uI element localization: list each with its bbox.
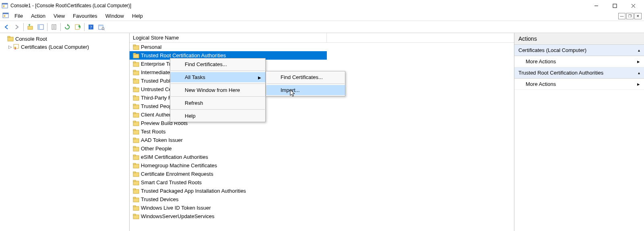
list-row-label: Personal <box>141 44 161 50</box>
ctx-all-tasks[interactable]: All Tasks ▶ <box>170 72 265 82</box>
list-row[interactable]: Trusted Packaged App Installation Author… <box>130 187 514 195</box>
svg-rect-8 <box>3 13 8 14</box>
help-button[interactable]: ? <box>86 22 96 32</box>
find-certificate-toolbar-button[interactable] <box>97 22 106 32</box>
ctx-separator <box>171 96 265 97</box>
export-list-button[interactable] <box>73 22 83 32</box>
list-row[interactable]: Trusted Devices <box>130 195 514 204</box>
svg-rect-49 <box>133 129 136 131</box>
maximize-button[interactable] <box>605 0 624 11</box>
column-header-name[interactable]: Logical Store Name <box>130 33 327 42</box>
folder-icon <box>133 146 139 152</box>
list-row[interactable]: Windows Live ID Token Issuer <box>130 204 514 212</box>
list-row[interactable]: Other People <box>130 144 514 153</box>
folder-icon <box>7 35 14 42</box>
svg-rect-12 <box>38 25 40 29</box>
certificate-icon <box>13 44 19 50</box>
ctx-help[interactable]: Help <box>170 111 265 121</box>
show-hide-tree-button[interactable] <box>36 22 45 32</box>
context-submenu: Find Certificates... Import... <box>266 71 345 96</box>
sub-import[interactable]: Import... <box>266 85 345 95</box>
svg-rect-51 <box>133 138 136 139</box>
folder-icon <box>133 86 139 93</box>
menu-bar: File Action View Favourites Window Help … <box>0 11 644 21</box>
menu-view[interactable]: View <box>50 12 69 20</box>
actions-more-label: More Actions <box>526 81 556 87</box>
folder-icon <box>133 78 139 84</box>
folder-icon <box>133 154 139 160</box>
list-row[interactable]: eSIM Certification Authorities <box>130 153 514 161</box>
folder-icon <box>133 196 139 203</box>
toolbar: ? <box>0 21 644 33</box>
list-row[interactable]: WindowsServerUpdateServices <box>130 212 514 221</box>
list-row[interactable]: Certificate Enrolment Requests <box>130 170 514 178</box>
list-row-label: Trusted Devices <box>141 196 178 202</box>
tree-child-row[interactable]: ▷ Certificates (Local Computer) <box>1 43 128 51</box>
actions-group-trusted-root[interactable]: Trusted Root Certification Authorities ▴ <box>514 67 644 79</box>
list-row[interactable]: Homegroup Machine Certificates <box>130 161 514 170</box>
mdi-close-button[interactable]: ✕ <box>634 13 642 19</box>
ctx-new-window[interactable]: New Window from Here <box>170 85 265 95</box>
collapse-icon[interactable]: ▴ <box>638 71 640 75</box>
actions-more-1[interactable]: More Actions ▸ <box>514 56 644 67</box>
ctx-find-certificates[interactable]: Find Certificates... <box>170 59 265 69</box>
actions-group-certificates[interactable]: Certificates (Local Computer) ▴ <box>514 45 644 56</box>
actions-header: Actions <box>514 33 644 45</box>
ctx-separator <box>171 109 265 110</box>
list-row-label: Smart Card Trusted Roots <box>141 179 202 185</box>
list-row-label: Trusted Root Certification Authorities <box>141 52 226 58</box>
close-button[interactable] <box>624 0 642 11</box>
folder-icon <box>133 95 139 101</box>
chevron-right-icon: ▸ <box>637 58 640 65</box>
refresh-button[interactable] <box>62 22 72 32</box>
folder-icon <box>133 188 139 194</box>
folder-icon <box>133 103 139 110</box>
folder-icon <box>133 112 139 118</box>
list-row-label: Test Roots <box>141 129 165 135</box>
app-icon <box>2 2 8 9</box>
ctx-item-label: Help <box>185 113 196 119</box>
menu-action[interactable]: Action <box>27 12 50 20</box>
sub-find-certificates[interactable]: Find Certificates... <box>266 72 345 82</box>
mdi-restore-button[interactable]: ❐ <box>626 13 634 19</box>
ctx-refresh[interactable]: Refresh <box>170 98 265 108</box>
list-row[interactable]: Test Roots <box>130 127 514 136</box>
folder-icon <box>133 129 139 135</box>
title-bar: Console1 - [Console Root\Certificates (L… <box>0 0 644 11</box>
svg-rect-65 <box>133 197 136 198</box>
expand-icon[interactable]: ▷ <box>7 44 13 50</box>
mdi-minimize-button[interactable]: — <box>618 13 625 19</box>
svg-rect-2 <box>3 5 4 7</box>
actions-more-2[interactable]: More Actions ▸ <box>514 79 644 90</box>
svg-rect-45 <box>133 112 136 114</box>
list-row[interactable]: Personal <box>130 43 514 51</box>
menu-favourites[interactable]: Favourites <box>69 12 101 20</box>
svg-rect-69 <box>133 214 136 215</box>
up-button[interactable] <box>25 22 35 32</box>
properties-button[interactable] <box>49 22 59 32</box>
minimize-button[interactable] <box>587 0 605 11</box>
svg-rect-35 <box>133 70 136 71</box>
forward-button[interactable] <box>12 22 22 32</box>
ctx-item-label: Import... <box>281 87 300 93</box>
folder-icon <box>133 69 139 76</box>
list-row-label: Certificate Enrolment Requests <box>141 171 213 177</box>
ctx-item-label: New Window from Here <box>185 87 240 93</box>
menu-file[interactable]: File <box>10 12 27 20</box>
folder-icon <box>133 213 139 220</box>
expand-icon[interactable] <box>2 36 7 41</box>
collapse-icon[interactable]: ▴ <box>638 48 640 52</box>
folder-icon <box>133 205 139 211</box>
svg-line-23 <box>104 29 105 30</box>
svg-rect-33 <box>133 62 136 63</box>
back-button[interactable] <box>2 22 11 32</box>
menu-window[interactable]: Window <box>101 12 128 20</box>
chevron-right-icon: ▸ <box>637 81 640 87</box>
tree-root-row[interactable]: Console Root <box>1 35 128 43</box>
list-row-label: WindowsServerUpdateServices <box>141 213 215 219</box>
list-row[interactable]: AAD Token Issuer <box>130 136 514 144</box>
list-row[interactable]: Smart Card Trusted Roots <box>130 178 514 187</box>
menu-help[interactable]: Help <box>128 12 147 20</box>
tree-pane[interactable]: Console Root ▷ Certificates (Local Compu… <box>0 33 130 231</box>
folder-icon <box>133 52 139 59</box>
